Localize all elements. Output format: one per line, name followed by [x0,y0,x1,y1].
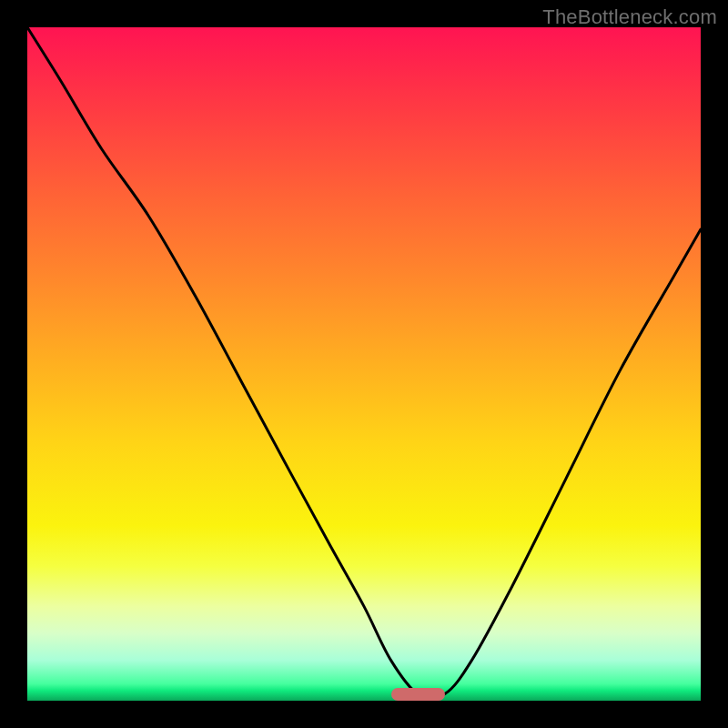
optimal-range-marker [391,688,445,701]
bottleneck-curve [27,27,701,701]
watermark-text: TheBottleneck.com [542,5,717,29]
plot-area [27,27,701,701]
chart-container: TheBottleneck.com [0,0,728,728]
